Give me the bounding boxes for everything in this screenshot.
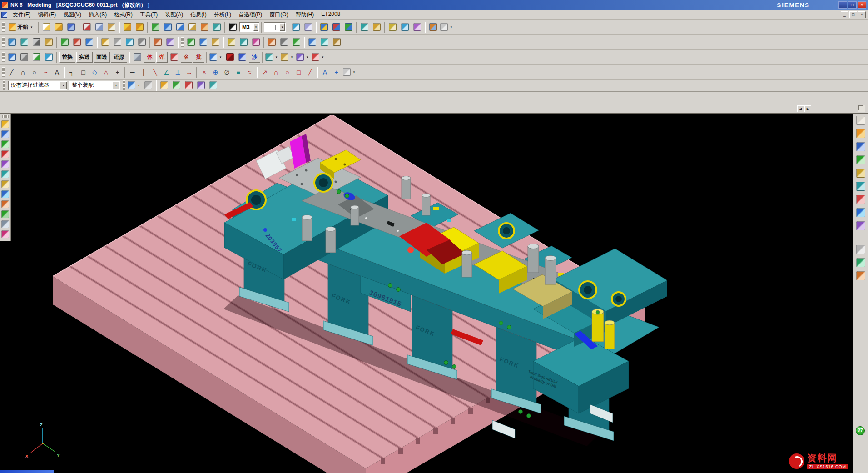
pan-icon[interactable]: [187, 21, 198, 33]
resource-bar-corner-button[interactable]: [858, 105, 865, 112]
paste-icon[interactable]: [106, 21, 117, 33]
object-color-combo[interactable]: ▾: [264, 22, 286, 32]
doc-close-button[interactable]: ×: [858, 11, 866, 18]
show-object-icon[interactable]: [31, 51, 42, 63]
menu-window[interactable]: 窗口(O): [266, 10, 292, 20]
hide-object-icon[interactable]: [19, 51, 30, 63]
name-display-button[interactable]: 名: [181, 52, 192, 63]
system-materials-icon[interactable]: [856, 244, 866, 254]
doc-minimize-button[interactable]: _: [841, 11, 848, 18]
dock-gear-icon[interactable]: [1, 220, 9, 228]
selection-filter-combo[interactable]: 没有选择过滤器 ▾: [8, 81, 67, 90]
intersect-icon[interactable]: [84, 36, 95, 48]
unite-icon[interactable]: [59, 36, 70, 48]
spring-back-button[interactable]: 弹: [156, 52, 168, 63]
graphics-viewport[interactable]: 203857 FORK FORK FORK FORK 36961915 Tota…: [11, 114, 853, 473]
role-icon[interactable]: [856, 129, 866, 139]
maximize-button[interactable]: □: [848, 1, 857, 9]
line-red-icon[interactable]: ╱: [305, 66, 315, 78]
web-browser-icon[interactable]: [856, 208, 866, 218]
solid-transparency-button[interactable]: 实透: [76, 52, 93, 63]
start-menu-button[interactable]: 开始▾: [6, 21, 36, 33]
dock-palette-icon[interactable]: [1, 190, 9, 198]
menu-file[interactable]: 文件(F): [9, 10, 34, 20]
through-curves-icon[interactable]: [307, 36, 318, 48]
dock-pin-icon[interactable]: [1, 230, 9, 238]
move-component-icon[interactable]: [318, 21, 330, 33]
part-doc-icon[interactable]: [237, 51, 248, 63]
zoom-icon[interactable]: [174, 21, 186, 33]
toolbar-grip[interactable]: [2, 22, 5, 32]
immediate-hide-icon[interactable]: [43, 51, 55, 63]
symmetry-icon[interactable]: ↔: [184, 66, 194, 78]
polygon-icon[interactable]: ◇: [89, 66, 100, 78]
toolbar-grip[interactable]: [3, 80, 5, 90]
dock-flag-icon[interactable]: [1, 210, 9, 218]
dock-select-icon[interactable]: [1, 120, 9, 128]
copy-icon[interactable]: [94, 21, 105, 33]
analysis-curve-icon[interactable]: ▾: [296, 51, 310, 63]
perpendicular-icon[interactable]: ⊥: [173, 66, 183, 78]
pmi-icon[interactable]: ▾: [209, 51, 223, 63]
restore-display-button[interactable]: 还原: [111, 52, 127, 63]
save-icon[interactable]: [65, 21, 77, 33]
annotation-button[interactable]: 批: [193, 52, 204, 63]
mirror-feature-icon[interactable]: [198, 36, 209, 48]
thread-icon[interactable]: [136, 36, 148, 48]
history-icon[interactable]: [856, 221, 866, 231]
circle-icon[interactable]: ○: [29, 66, 40, 78]
sketch-icon[interactable]: [427, 21, 439, 33]
redo-icon[interactable]: [134, 21, 145, 33]
hd3d-tools-icon[interactable]: ▾: [311, 51, 326, 63]
menu-information[interactable]: 信息(I): [187, 10, 210, 20]
close-button[interactable]: ×: [858, 1, 866, 9]
trim-body-icon[interactable]: [152, 36, 164, 48]
rect-red-icon[interactable]: □: [293, 66, 304, 78]
red-solid-icon[interactable]: [224, 51, 236, 63]
object-display-icon[interactable]: [6, 51, 18, 63]
face-transparency-button[interactable]: 面透: [94, 52, 110, 63]
select-any-icon[interactable]: [143, 79, 154, 91]
scroll-left-icon[interactable]: ◀: [797, 105, 804, 112]
doc-restore-button[interactable]: □: [849, 11, 857, 18]
snap-quadrant-icon[interactable]: [208, 79, 219, 91]
horizontal-line-icon[interactable]: ─: [127, 66, 138, 78]
point-plus-icon[interactable]: +: [331, 66, 342, 78]
snap-midpoint-icon[interactable]: [171, 79, 182, 91]
grid-display-icon[interactable]: [169, 51, 180, 63]
resource-tab-icon[interactable]: [856, 115, 866, 125]
angle-icon[interactable]: ∠: [161, 66, 172, 78]
toolbar-grip[interactable]: [181, 37, 184, 47]
hole-icon[interactable]: [31, 36, 42, 48]
analysis-deviation-icon[interactable]: ▾: [265, 51, 279, 63]
swept-icon[interactable]: [319, 36, 330, 48]
replace-display-button[interactable]: 替换: [59, 52, 75, 63]
hd3d-tool-icon[interactable]: [856, 194, 866, 204]
menu-help[interactable]: 帮助(H): [292, 10, 318, 20]
interpart-copy-icon[interactable]: [371, 21, 382, 33]
cross-icon[interactable]: ×: [199, 66, 209, 78]
menu-et2008[interactable]: ET2008: [317, 10, 344, 20]
menu-analysis[interactable]: 分析(L): [210, 10, 235, 20]
toolbar-grip[interactable]: [2, 115, 9, 118]
offset-face-icon[interactable]: [210, 36, 221, 48]
snap-endpoint-icon[interactable]: [159, 79, 170, 91]
point-icon[interactable]: [412, 21, 423, 33]
dock-wrench-icon[interactable]: [1, 200, 9, 208]
selection-scope-combo[interactable]: 整个装配 ▾: [69, 81, 120, 90]
menu-view[interactable]: 视图(V): [60, 10, 85, 20]
rectangle-icon[interactable]: □: [78, 66, 89, 78]
ruled-surface-icon[interactable]: [331, 36, 342, 48]
toolbar-grip[interactable]: [2, 52, 5, 62]
snap-center-icon[interactable]: [183, 79, 194, 91]
dock-view-icon[interactable]: [1, 130, 9, 138]
layer-settings-icon[interactable]: [303, 21, 314, 33]
reuse-library-icon[interactable]: [856, 181, 866, 191]
dock-clock-icon[interactable]: [1, 170, 9, 178]
fit-view-icon[interactable]: [162, 21, 174, 33]
chevron-down-icon[interactable]: ▾: [60, 82, 67, 89]
text-icon[interactable]: A: [52, 66, 62, 78]
perspective-icon[interactable]: [211, 21, 223, 33]
body-select-button[interactable]: 体: [144, 52, 155, 63]
process-studio-icon[interactable]: [856, 258, 866, 268]
